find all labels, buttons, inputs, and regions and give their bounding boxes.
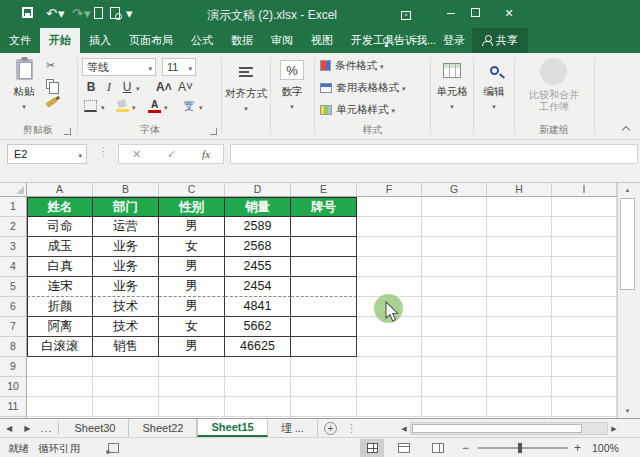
row-header-9[interactable]: 9 bbox=[0, 357, 27, 377]
cell-A9[interactable] bbox=[27, 357, 93, 377]
zoom-slider-thumb[interactable] bbox=[518, 443, 522, 453]
cell-H5[interactable] bbox=[487, 277, 552, 297]
cell-I10[interactable] bbox=[552, 377, 617, 397]
number-group-button[interactable]: % 数字 ▾ bbox=[272, 53, 312, 139]
cell-D2[interactable]: 2589 bbox=[225, 217, 291, 237]
paste-button[interactable]: 粘贴 ▾ bbox=[8, 59, 40, 111]
sheet-more-label[interactable]: ... bbox=[36, 419, 56, 437]
sheet-tab-partial[interactable]: 埋 ... bbox=[268, 419, 318, 437]
cell-G1[interactable] bbox=[422, 197, 487, 217]
cell-A10[interactable] bbox=[27, 377, 93, 397]
save-icon[interactable] bbox=[22, 7, 33, 18]
font-color-icon[interactable]: A bbox=[148, 100, 161, 113]
cell-C3[interactable]: 女 bbox=[159, 237, 225, 257]
ribbon-tab-data[interactable]: 数据 bbox=[222, 28, 262, 53]
cell-E9[interactable] bbox=[291, 357, 357, 377]
editing-group-button[interactable]: 编辑 ▾ bbox=[475, 53, 513, 139]
phonetic-caret-icon[interactable]: ▾ bbox=[199, 104, 203, 111]
cell-styles-button[interactable]: 单元格样式 ▾ bbox=[320, 103, 395, 117]
zoom-level[interactable]: 100% bbox=[592, 442, 619, 454]
underline-caret-icon[interactable]: ▾ bbox=[136, 85, 140, 92]
cell-A11[interactable] bbox=[27, 397, 93, 417]
conditional-formatting-button[interactable]: 条件格式 ▾ bbox=[320, 59, 383, 73]
undo-icon[interactable]: ↶ bbox=[46, 7, 57, 20]
cell-C10[interactable] bbox=[159, 377, 225, 397]
shrink-font-button[interactable]: A˅ bbox=[178, 80, 192, 94]
cell-E5[interactable] bbox=[291, 277, 357, 297]
formula-input[interactable] bbox=[230, 144, 638, 164]
cell-A3[interactable]: 成玉 bbox=[27, 237, 93, 257]
col-header-I[interactable]: I bbox=[552, 183, 617, 197]
cell-G5[interactable] bbox=[422, 277, 487, 297]
cell-I1[interactable] bbox=[552, 197, 617, 217]
cell-C1[interactable]: 性别 bbox=[159, 197, 225, 217]
cell-F4[interactable] bbox=[357, 257, 422, 277]
cell-D7[interactable]: 5662 bbox=[225, 317, 291, 337]
cut-icon[interactable]: ✂ bbox=[46, 59, 68, 73]
cell-E2[interactable] bbox=[291, 217, 357, 237]
tell-me-box[interactable]: 告诉我... bbox=[383, 28, 436, 53]
cell-A4[interactable]: 白真 bbox=[27, 257, 93, 277]
cell-H8[interactable] bbox=[487, 337, 552, 357]
cell-B8[interactable]: 销售 bbox=[93, 337, 159, 357]
alignment-group-button[interactable]: 对齐方式 ▾ bbox=[223, 53, 269, 139]
cell-D3[interactable]: 2568 bbox=[225, 237, 291, 257]
insert-function-icon[interactable]: fx bbox=[202, 148, 210, 160]
cell-C4[interactable]: 男 bbox=[159, 257, 225, 277]
cell-B2[interactable]: 运营 bbox=[93, 217, 159, 237]
new-sheet-button[interactable]: + bbox=[324, 419, 337, 437]
font-size-select[interactable]: 11 ▾ bbox=[162, 58, 196, 76]
cell-B4[interactable]: 业务 bbox=[93, 257, 159, 277]
cell-D1[interactable]: 销量 bbox=[225, 197, 291, 217]
maximize-icon[interactable] bbox=[467, 6, 483, 22]
sheet-prev-icon[interactable]: ◀ bbox=[0, 419, 18, 437]
cell-F8[interactable] bbox=[357, 337, 422, 357]
cell-D11[interactable] bbox=[225, 397, 291, 417]
cell-G9[interactable] bbox=[422, 357, 487, 377]
share-button[interactable]: 共享 bbox=[472, 28, 528, 53]
scroll-left-icon[interactable]: ◀ bbox=[398, 425, 410, 433]
cell-D5[interactable]: 2454 bbox=[225, 277, 291, 297]
row-header-3[interactable]: 3 bbox=[0, 237, 27, 257]
col-header-G[interactable]: G bbox=[422, 183, 487, 197]
cell-G10[interactable] bbox=[422, 377, 487, 397]
cell-A2[interactable]: 司命 bbox=[27, 217, 93, 237]
cell-F3[interactable] bbox=[357, 237, 422, 257]
cell-I5[interactable] bbox=[552, 277, 617, 297]
font-color-caret-icon[interactable]: ▾ bbox=[164, 104, 168, 111]
borders-caret-icon[interactable]: ▾ bbox=[101, 104, 105, 111]
cell-G2[interactable] bbox=[422, 217, 487, 237]
cell-G7[interactable] bbox=[422, 317, 487, 337]
vertical-scrollbar[interactable]: ▲ ▼ bbox=[617, 183, 640, 418]
cell-E4[interactable] bbox=[291, 257, 357, 277]
paste-caret-icon[interactable]: ▾ bbox=[22, 103, 26, 110]
italic-button[interactable]: I bbox=[102, 80, 116, 95]
ribbon-tab-review[interactable]: 审阅 bbox=[262, 28, 302, 53]
cell-I7[interactable] bbox=[552, 317, 617, 337]
cell-F1[interactable] bbox=[357, 197, 422, 217]
print-preview-icon[interactable] bbox=[110, 7, 120, 19]
page-layout-view-button[interactable] bbox=[392, 439, 416, 457]
col-header-E[interactable]: E bbox=[291, 183, 357, 197]
collapse-ribbon-icon[interactable] bbox=[622, 125, 630, 133]
cell-C5[interactable]: 男 bbox=[159, 277, 225, 297]
cell-A7[interactable]: 阿离 bbox=[27, 317, 93, 337]
ribbon-tab-page-layout[interactable]: 页面布局 bbox=[120, 28, 182, 53]
customize-qat-icon[interactable]: ▾ bbox=[126, 7, 133, 20]
sign-in-button[interactable]: 登录 bbox=[443, 28, 465, 53]
sheet-tab-sheet15[interactable]: Sheet15 bbox=[197, 419, 267, 437]
cell-B7[interactable]: 技术 bbox=[93, 317, 159, 337]
cell-B5[interactable]: 业务 bbox=[93, 277, 159, 297]
row-header-2[interactable]: 2 bbox=[0, 217, 27, 237]
row-header-11[interactable]: 11 bbox=[0, 397, 27, 417]
cell-C8[interactable]: 男 bbox=[159, 337, 225, 357]
cell-H4[interactable] bbox=[487, 257, 552, 277]
ribbon-tab-home[interactable]: 开始 bbox=[40, 28, 80, 53]
cell-B1[interactable]: 部门 bbox=[93, 197, 159, 217]
cell-G6[interactable] bbox=[422, 297, 487, 317]
horizontal-scroll-track[interactable] bbox=[410, 422, 608, 435]
borders-icon[interactable] bbox=[84, 100, 97, 112]
cell-G3[interactable] bbox=[422, 237, 487, 257]
cell-E8[interactable] bbox=[291, 337, 357, 357]
cell-I6[interactable] bbox=[552, 297, 617, 317]
